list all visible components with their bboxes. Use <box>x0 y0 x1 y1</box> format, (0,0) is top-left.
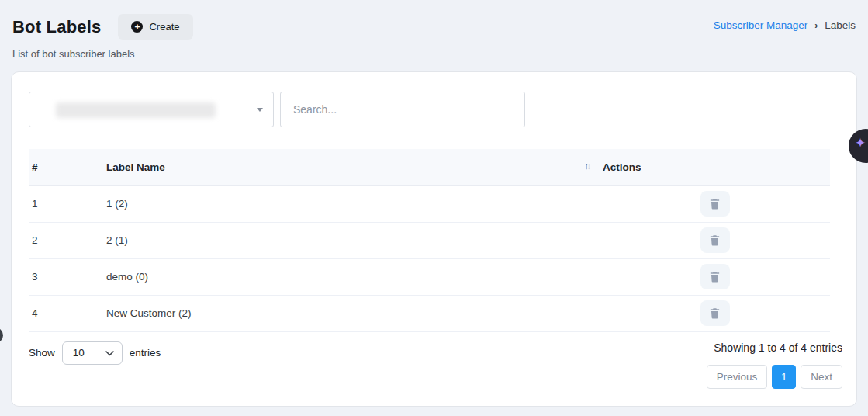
trash-icon <box>709 307 721 319</box>
row-index: 4 <box>29 295 103 331</box>
sparkle-icon: ✦ <box>855 137 866 150</box>
next-page-button[interactable]: Next <box>801 365 842 389</box>
bot-labels-page: Bot Labels + Create List of bot subscrib… <box>0 0 868 416</box>
table-body: 1 1 (2) 2 2 (1) <box>29 185 830 331</box>
trash-icon <box>709 234 721 246</box>
show-entries: Show 10 entries <box>29 341 161 365</box>
show-label: Show <box>29 347 55 359</box>
table-row: 1 1 (2) <box>29 185 830 222</box>
delete-button[interactable] <box>700 191 730 217</box>
create-button-label: Create <box>149 21 179 33</box>
delete-button[interactable] <box>700 264 730 289</box>
redacted-selected-value <box>56 102 216 118</box>
row-index: 1 <box>29 185 103 222</box>
table-row: 3 demo (0) <box>29 258 830 295</box>
breadcrumb: Subscriber Manager › Labels <box>714 19 856 31</box>
trash-icon <box>709 198 721 210</box>
previous-page-button[interactable]: Previous <box>707 365 768 389</box>
sort-arrows-icon: ↑↓ <box>584 161 589 172</box>
entries-label: entries <box>130 347 161 359</box>
table-row: 4 New Customer (2) <box>29 295 830 331</box>
page-subtitle: List of bot subscriber labels <box>12 48 135 60</box>
page-size-select[interactable]: 10 <box>62 341 123 365</box>
row-label-name: 1 (2) <box>103 185 600 222</box>
page-1-button[interactable]: 1 <box>772 365 796 389</box>
delete-button[interactable] <box>700 300 730 326</box>
footer-right: Showing 1 to 4 of 4 entries Previous 1 N… <box>707 341 842 389</box>
labels-table: # Label Name ↑↓ Actions 1 1 (2) <box>29 149 830 332</box>
column-header-index: # <box>29 149 103 185</box>
delete-button[interactable] <box>700 227 730 253</box>
caret-down-icon <box>257 108 263 112</box>
row-label-name: 2 (1) <box>103 222 600 258</box>
labels-card: # Label Name ↑↓ Actions 1 1 (2) <box>11 71 857 407</box>
controls-row <box>29 92 839 127</box>
row-index: 2 <box>29 222 103 258</box>
chevron-down-icon <box>105 351 114 356</box>
breadcrumb-parent-link[interactable]: Subscriber Manager <box>714 19 808 31</box>
breadcrumb-current: Labels <box>825 19 856 31</box>
flow-select[interactable] <box>29 92 274 127</box>
plus-circle-icon: + <box>131 21 143 33</box>
table-header-row: # Label Name ↑↓ Actions <box>29 149 830 185</box>
row-index: 3 <box>29 258 103 295</box>
left-edge-widget-button[interactable] <box>0 328 3 343</box>
showing-info: Showing 1 to 4 of 4 entries <box>714 341 842 354</box>
row-label-name: demo (0) <box>103 258 600 295</box>
column-header-label-name[interactable]: Label Name ↑↓ <box>103 149 600 185</box>
page-title: Bot Labels <box>12 17 101 37</box>
row-label-name: New Customer (2) <box>103 295 600 331</box>
page-size-value: 10 <box>73 347 85 359</box>
page-header: Bot Labels + Create <box>12 14 193 40</box>
search-input[interactable] <box>280 92 525 127</box>
chevron-right-icon: › <box>814 20 818 31</box>
create-button[interactable]: + Create <box>118 14 192 40</box>
column-header-actions: Actions <box>600 149 830 185</box>
trash-icon <box>709 271 721 283</box>
pagination: Previous 1 Next <box>707 365 842 389</box>
table-row: 2 2 (1) <box>29 222 830 258</box>
table-footer: Show 10 entries Showing 1 to 4 of 4 entr… <box>29 341 839 389</box>
